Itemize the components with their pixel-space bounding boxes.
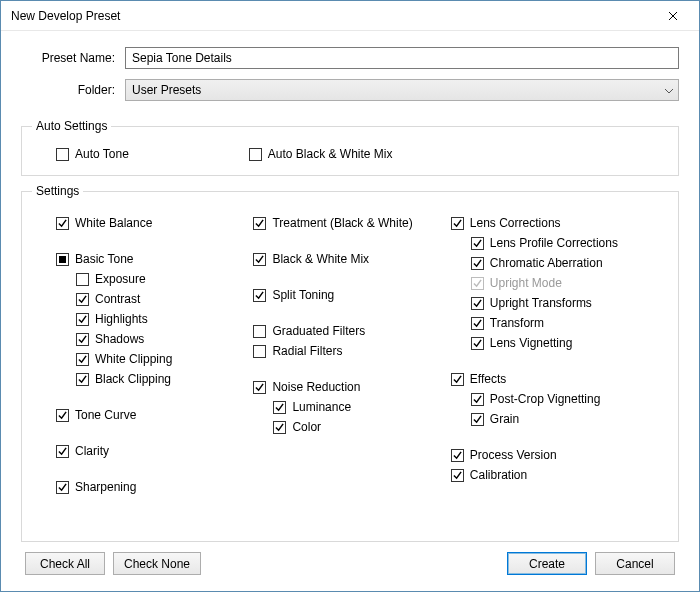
checkbox-icon bbox=[471, 277, 484, 290]
checkbox-icon bbox=[76, 273, 89, 286]
clarity-label: Clarity bbox=[75, 442, 109, 460]
transform-checkbox[interactable]: Transform bbox=[471, 314, 668, 332]
process-version-checkbox[interactable]: Process Version bbox=[451, 446, 668, 464]
bw-mix-checkbox[interactable]: Black & White Mix bbox=[253, 250, 450, 268]
checkbox-icon bbox=[471, 257, 484, 270]
folder-select[interactable]: User Presets bbox=[125, 79, 679, 101]
checkbox-icon bbox=[273, 421, 286, 434]
auto-tone-checkbox[interactable]: Auto Tone bbox=[56, 145, 129, 163]
shadows-label: Shadows bbox=[95, 330, 144, 348]
noise-reduction-checkbox[interactable]: Noise Reduction bbox=[253, 378, 450, 396]
grain-label: Grain bbox=[490, 410, 519, 428]
white-balance-checkbox[interactable]: White Balance bbox=[56, 214, 253, 232]
checkbox-icon bbox=[56, 481, 69, 494]
basic-tone-checkbox[interactable]: Basic Tone bbox=[56, 250, 253, 268]
checkbox-mixed-icon bbox=[56, 253, 69, 266]
check-none-button[interactable]: Check None bbox=[113, 552, 201, 575]
checkbox-icon bbox=[76, 353, 89, 366]
checkbox-icon bbox=[471, 393, 484, 406]
titlebar: New Develop Preset bbox=[1, 1, 699, 31]
folder-value: User Presets bbox=[132, 83, 201, 97]
calibration-label: Calibration bbox=[470, 466, 527, 484]
white-clipping-label: White Clipping bbox=[95, 350, 172, 368]
preset-name-input[interactable] bbox=[125, 47, 679, 69]
luminance-label: Luminance bbox=[292, 398, 351, 416]
noise-reduction-label: Noise Reduction bbox=[272, 378, 360, 396]
radial-filters-checkbox[interactable]: Radial Filters bbox=[253, 342, 450, 360]
upright-transforms-label: Upright Transforms bbox=[490, 294, 592, 312]
lens-profile-label: Lens Profile Corrections bbox=[490, 234, 618, 252]
white-clipping-checkbox[interactable]: White Clipping bbox=[76, 350, 253, 368]
radial-filters-label: Radial Filters bbox=[272, 342, 342, 360]
upright-mode-checkbox: Upright Mode bbox=[471, 274, 668, 292]
checkbox-icon bbox=[249, 148, 262, 161]
settings-legend: Settings bbox=[32, 184, 83, 198]
sharpening-label: Sharpening bbox=[75, 478, 136, 496]
checkbox-icon bbox=[253, 381, 266, 394]
checkbox-icon bbox=[451, 469, 464, 482]
create-button[interactable]: Create bbox=[507, 552, 587, 575]
split-toning-checkbox[interactable]: Split Toning bbox=[253, 286, 450, 304]
checkbox-icon bbox=[56, 148, 69, 161]
chromatic-aberration-checkbox[interactable]: Chromatic Aberration bbox=[471, 254, 668, 272]
close-button[interactable] bbox=[651, 2, 695, 30]
contrast-checkbox[interactable]: Contrast bbox=[76, 290, 253, 308]
effects-checkbox[interactable]: Effects bbox=[451, 370, 668, 388]
lens-corrections-checkbox[interactable]: Lens Corrections bbox=[451, 214, 668, 232]
sharpening-checkbox[interactable]: Sharpening bbox=[56, 478, 253, 496]
grain-checkbox[interactable]: Grain bbox=[471, 410, 668, 428]
dialog-footer: Check All Check None Create Cancel bbox=[21, 542, 679, 579]
post-crop-vignetting-label: Post-Crop Vignetting bbox=[490, 390, 601, 408]
checkbox-icon bbox=[76, 373, 89, 386]
checkbox-icon bbox=[76, 313, 89, 326]
settings-group: Settings White Balance Basic Tone Exposu… bbox=[21, 184, 679, 542]
checkbox-icon bbox=[451, 449, 464, 462]
preset-name-label: Preset Name: bbox=[21, 51, 125, 65]
clarity-checkbox[interactable]: Clarity bbox=[56, 442, 253, 460]
checkbox-icon bbox=[471, 297, 484, 310]
treatment-checkbox[interactable]: Treatment (Black & White) bbox=[253, 214, 450, 232]
highlights-checkbox[interactable]: Highlights bbox=[76, 310, 253, 328]
upright-transforms-checkbox[interactable]: Upright Transforms bbox=[471, 294, 668, 312]
checkbox-icon bbox=[451, 217, 464, 230]
shadows-checkbox[interactable]: Shadows bbox=[76, 330, 253, 348]
cancel-button[interactable]: Cancel bbox=[595, 552, 675, 575]
luminance-checkbox[interactable]: Luminance bbox=[273, 398, 450, 416]
auto-bw-mix-label: Auto Black & White Mix bbox=[268, 145, 393, 163]
black-clipping-checkbox[interactable]: Black Clipping bbox=[76, 370, 253, 388]
checkbox-icon bbox=[253, 325, 266, 338]
bw-mix-label: Black & White Mix bbox=[272, 250, 369, 268]
auto-settings-legend: Auto Settings bbox=[32, 119, 111, 133]
auto-tone-label: Auto Tone bbox=[75, 145, 129, 163]
color-label: Color bbox=[292, 418, 321, 436]
treatment-label: Treatment (Black & White) bbox=[272, 214, 412, 232]
check-all-button[interactable]: Check All bbox=[25, 552, 105, 575]
checkbox-icon bbox=[471, 413, 484, 426]
auto-bw-mix-checkbox[interactable]: Auto Black & White Mix bbox=[249, 145, 393, 163]
black-clipping-label: Black Clipping bbox=[95, 370, 171, 388]
calibration-checkbox[interactable]: Calibration bbox=[451, 466, 668, 484]
tone-curve-checkbox[interactable]: Tone Curve bbox=[56, 406, 253, 424]
post-crop-vignetting-checkbox[interactable]: Post-Crop Vignetting bbox=[471, 390, 668, 408]
color-checkbox[interactable]: Color bbox=[273, 418, 450, 436]
exposure-label: Exposure bbox=[95, 270, 146, 288]
graduated-filters-checkbox[interactable]: Graduated Filters bbox=[253, 322, 450, 340]
checkbox-icon bbox=[76, 333, 89, 346]
checkbox-icon bbox=[471, 317, 484, 330]
lens-profile-checkbox[interactable]: Lens Profile Corrections bbox=[471, 234, 668, 252]
settings-col-3: Lens Corrections Lens Profile Correction… bbox=[451, 212, 668, 498]
exposure-checkbox[interactable]: Exposure bbox=[76, 270, 253, 288]
checkbox-icon bbox=[253, 217, 266, 230]
checkbox-icon bbox=[451, 373, 464, 386]
transform-label: Transform bbox=[490, 314, 544, 332]
checkbox-icon bbox=[76, 293, 89, 306]
close-icon bbox=[668, 11, 678, 21]
graduated-filters-label: Graduated Filters bbox=[272, 322, 365, 340]
highlights-label: Highlights bbox=[95, 310, 148, 328]
upright-mode-label: Upright Mode bbox=[490, 274, 562, 292]
checkbox-icon bbox=[56, 445, 69, 458]
lens-vignetting-checkbox[interactable]: Lens Vignetting bbox=[471, 334, 668, 352]
checkbox-icon bbox=[253, 253, 266, 266]
tone-curve-label: Tone Curve bbox=[75, 406, 136, 424]
checkbox-icon bbox=[471, 237, 484, 250]
